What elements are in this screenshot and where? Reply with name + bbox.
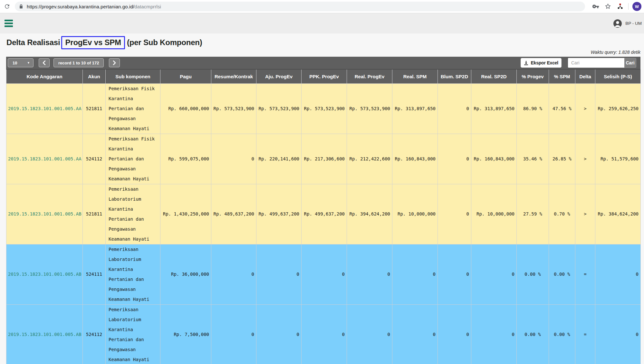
cell-real_sp2d-4: 0 bbox=[471, 244, 517, 304]
search-button[interactable]: Cari bbox=[624, 58, 636, 68]
cell-ppk-4: 0 bbox=[302, 244, 347, 304]
cell-ppk-5: 0 bbox=[302, 304, 347, 364]
col-header-sub: Sub komponen bbox=[106, 70, 160, 83]
cell-kode-2[interactable]: 2019.15.1823.101.001.005.AA bbox=[6, 134, 83, 184]
cell-delta-3: > bbox=[575, 184, 595, 244]
cell-selisih-1: Rp. 259,626,250 bbox=[595, 83, 641, 134]
cell-selisih-5: 0 bbox=[595, 304, 641, 364]
cell-selisih-2: Rp. 51,579,600 bbox=[595, 134, 641, 184]
key-icon[interactable] bbox=[592, 3, 599, 10]
cell-real_progev-5: 0 bbox=[347, 304, 392, 364]
chevron-left-icon bbox=[43, 61, 46, 65]
extension-icon[interactable] bbox=[617, 3, 624, 10]
cell-ppk-3: Rp. 499,637,200 bbox=[302, 184, 347, 244]
cell-pct_progev-4: 0.00 % bbox=[517, 244, 549, 304]
bookmark-star-icon[interactable] bbox=[604, 3, 611, 10]
col-header-pagu: Pagu bbox=[160, 70, 211, 83]
cell-sub-1: Pemeriksaan Fisik Karantina Pertanian da… bbox=[106, 83, 160, 134]
menu-icon[interactable] bbox=[5, 19, 13, 28]
cell-real_progev-4: 0 bbox=[347, 244, 392, 304]
table-row-4: 2019.15.1823.101.001.005.AB524111Pemerik… bbox=[6, 244, 641, 304]
download-icon bbox=[524, 61, 528, 65]
cell-pagu-1: Rp. 660,000,000 bbox=[160, 83, 211, 134]
cell-resume-2: 0 bbox=[211, 134, 256, 184]
col-header-ppk: PPK. ProgEv bbox=[302, 70, 347, 83]
cell-pagu-5: Rp. 7,500,000 bbox=[160, 304, 211, 364]
cell-resume-1: Rp. 573,523,900 bbox=[211, 83, 256, 134]
query-time: Waktu query: 1.828 detik bbox=[6, 50, 640, 56]
cell-real_sp2d-3: Rp. 10,000,000 bbox=[471, 184, 517, 244]
select-caret-icon: ▼ bbox=[27, 61, 30, 64]
cell-blum_sp2d-3: 0 bbox=[438, 184, 471, 244]
cell-resume-4: 0 bbox=[211, 244, 256, 304]
col-header-selisih: Selisih (P-S) bbox=[595, 70, 641, 83]
cell-pct_progev-2: 35.46 % bbox=[517, 134, 549, 184]
cell-real_spm-4: 0 bbox=[392, 244, 438, 304]
cell-kode-5[interactable]: 2019.15.1823.101.001.005.AB bbox=[6, 304, 83, 364]
table-body: 2019.15.1823.101.001.005.AA521811Pemerik… bbox=[6, 83, 641, 364]
cell-blum_sp2d-5: 0 bbox=[438, 304, 471, 364]
cell-aju-2: Rp. 220,141,600 bbox=[256, 134, 302, 184]
col-header-real_spm: Real. SPM bbox=[392, 70, 438, 83]
cell-ppk-1: Rp. 573,523,900 bbox=[302, 83, 347, 134]
cell-aju-1: Rp. 573,523,900 bbox=[256, 83, 302, 134]
table-row-1: 2019.15.1823.101.001.005.AA521811Pemerik… bbox=[6, 83, 641, 134]
cell-real_sp2d-5: 0 bbox=[471, 304, 517, 364]
browser-chrome: https://progev.surabaya.karantina.pertan… bbox=[0, 0, 644, 13]
user-label: BP - UM bbox=[625, 21, 642, 26]
col-header-real_sp2d: Real. SP2D bbox=[471, 70, 517, 83]
cell-resume-3: Rp. 489,637,200 bbox=[211, 184, 256, 244]
table-toolbar: 10▼ record 1 to 10 of 172 Ekspor Excel C… bbox=[6, 57, 640, 70]
col-header-resume: Resume/Kontrak bbox=[211, 70, 256, 83]
cell-akun-2: 524112 bbox=[83, 134, 106, 184]
cell-real_spm-5: 0 bbox=[392, 304, 438, 364]
cell-sub-2: Pemeriksaan Fisik Karantina Pertanian da… bbox=[106, 134, 160, 184]
cell-akun-1: 521811 bbox=[83, 83, 106, 134]
table-row-2: 2019.15.1823.101.001.005.AA524112Pemerik… bbox=[6, 134, 641, 184]
cell-real_sp2d-2: Rp. 160,843,000 bbox=[471, 134, 517, 184]
browser-profile-avatar[interactable]: W bbox=[632, 2, 641, 11]
cell-aju-5: 0 bbox=[256, 304, 302, 364]
url-bar[interactable]: https://progev.surabaya.karantina.pertan… bbox=[15, 2, 585, 11]
cell-selisih-3: Rp. 384,624,200 bbox=[595, 184, 641, 244]
export-excel-button[interactable]: Ekspor Excel bbox=[521, 58, 562, 68]
url-text: https://progev.surabaya.karantina.pertan… bbox=[27, 4, 161, 9]
cell-pct_spm-1: 47.56 % bbox=[549, 83, 575, 134]
cell-delta-1: > bbox=[575, 83, 595, 134]
cell-pct_spm-4: 0.00 % bbox=[549, 244, 575, 304]
col-header-kode: Kode Anggaran bbox=[6, 70, 83, 83]
cell-aju-3: Rp. 499,637,200 bbox=[256, 184, 302, 244]
cell-delta-4: = bbox=[575, 244, 595, 304]
cell-real_sp2d-1: Rp. 313,897,650 bbox=[471, 83, 517, 134]
cell-kode-3[interactable]: 2019.15.1823.101.001.005.AB bbox=[6, 184, 83, 244]
cell-resume-5: 0 bbox=[211, 304, 256, 364]
search-input[interactable] bbox=[568, 58, 624, 68]
next-page-button[interactable] bbox=[109, 58, 120, 67]
cell-akun-5: 524112 bbox=[83, 304, 106, 364]
cell-sub-3: Pemeriksaan Laboratorium Karantina Perta… bbox=[106, 184, 160, 244]
cell-akun-3: 521811 bbox=[83, 184, 106, 244]
cell-kode-4[interactable]: 2019.15.1823.101.001.005.AB bbox=[6, 244, 83, 304]
page-size-select[interactable]: 10▼ bbox=[8, 58, 34, 67]
col-header-blum_sp2d: Blum. SP2D bbox=[438, 70, 471, 83]
cell-pagu-2: Rp. 599,075,000 bbox=[160, 134, 211, 184]
page-title: Delta RealisasiProgEv vs SPM(per Sub Kom… bbox=[6, 36, 640, 49]
cell-delta-5: = bbox=[575, 304, 595, 364]
chevron-right-icon bbox=[113, 61, 116, 65]
toolbar-separator bbox=[628, 3, 629, 10]
cell-pagu-4: Rp. 36,000,000 bbox=[160, 244, 211, 304]
cell-blum_sp2d-1: 0 bbox=[438, 83, 471, 134]
cell-real_spm-2: Rp. 160,843,000 bbox=[392, 134, 438, 184]
cell-pct_progev-5: 0.00 % bbox=[517, 304, 549, 364]
data-table: Kode AnggaranAkunSub komponenPaguResume/… bbox=[6, 70, 641, 364]
cell-ppk-2: Rp. 217,306,600 bbox=[302, 134, 347, 184]
table-header-row: Kode AnggaranAkunSub komponenPaguResume/… bbox=[6, 70, 641, 83]
col-header-akun: Akun bbox=[83, 70, 106, 83]
prev-page-button[interactable] bbox=[39, 58, 50, 67]
cell-selisih-4: 0 bbox=[595, 244, 641, 304]
reload-icon[interactable] bbox=[4, 3, 10, 10]
cell-pct_spm-3: 0.70 % bbox=[549, 184, 575, 244]
cell-kode-1[interactable]: 2019.15.1823.101.001.005.AA bbox=[6, 83, 83, 134]
user-menu[interactable]: BP - UM bbox=[613, 19, 642, 28]
cell-sub-4: Pemeriksaan Laboratorium Karantina Perta… bbox=[106, 244, 160, 304]
